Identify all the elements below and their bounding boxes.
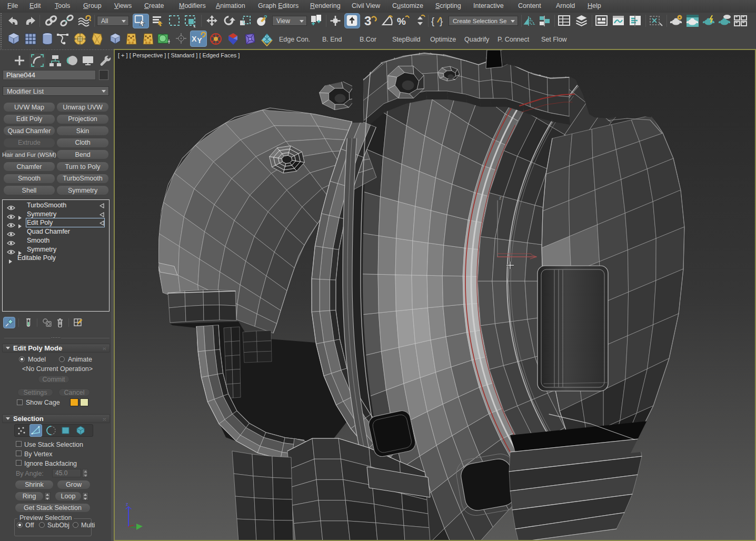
svg-text:{: { bbox=[431, 16, 434, 26]
svg-text:Y: Y bbox=[197, 36, 202, 45]
svg-text:z: z bbox=[126, 502, 128, 507]
svg-text:%: % bbox=[397, 16, 406, 27]
svg-text:?: ? bbox=[264, 14, 267, 21]
svg-text:X: X bbox=[192, 35, 197, 43]
svg-text:[ + ] [ Perspective ] [ Standa: [ + ] [ Perspective ] [ Standard ] [ Edg… bbox=[118, 52, 240, 58]
svg-text:z: z bbox=[499, 195, 502, 201]
svg-text:3: 3 bbox=[364, 14, 371, 28]
